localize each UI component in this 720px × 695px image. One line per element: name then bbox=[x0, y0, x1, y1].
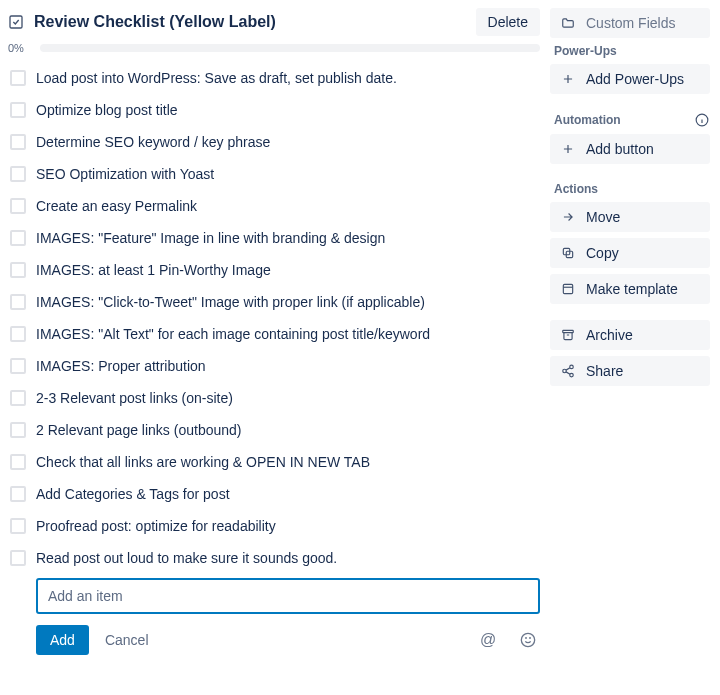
checklist-item-text: Load post into WordPress: Save as draft,… bbox=[36, 69, 397, 87]
checklist-item[interactable]: 2 Relevant page links (outbound) bbox=[8, 414, 540, 446]
archive-icon bbox=[560, 327, 576, 343]
checklist-panel: Review Checklist (Yellow Label) Delete 0… bbox=[8, 8, 540, 655]
checkbox[interactable] bbox=[10, 70, 26, 86]
checkbox[interactable] bbox=[10, 358, 26, 374]
checkbox[interactable] bbox=[10, 486, 26, 502]
checklist-item-text: IMAGES: at least 1 Pin-Worthy Image bbox=[36, 261, 271, 279]
checkbox[interactable] bbox=[10, 230, 26, 246]
share-button[interactable]: Share bbox=[550, 356, 710, 386]
checklist-item-text: Check that all links are working & OPEN … bbox=[36, 453, 370, 471]
archive-label: Archive bbox=[586, 327, 633, 343]
checkbox[interactable] bbox=[10, 166, 26, 182]
checklist-item[interactable]: Load post into WordPress: Save as draft,… bbox=[8, 62, 540, 94]
checklist-item[interactable]: IMAGES: "Click-to-Tweet" Image with prop… bbox=[8, 286, 540, 318]
checklist-item-text: IMAGES: "Alt Text" for each image contai… bbox=[36, 325, 430, 343]
checklist-item-text: Read post out loud to make sure it sound… bbox=[36, 549, 337, 567]
checklist-item-text: IMAGES: "Feature" Image in line with bra… bbox=[36, 229, 385, 247]
svg-point-1 bbox=[521, 633, 534, 646]
checkbox[interactable] bbox=[10, 102, 26, 118]
svg-point-9 bbox=[570, 365, 574, 369]
checklist-item-text: 2-3 Relevant post links (on-site) bbox=[36, 389, 233, 407]
checkbox[interactable] bbox=[10, 390, 26, 406]
checklist-item-text: IMAGES: "Click-to-Tweet" Image with prop… bbox=[36, 293, 425, 311]
checklist-item-text: Create an easy Permalink bbox=[36, 197, 197, 215]
checkbox[interactable] bbox=[10, 518, 26, 534]
checklist-item[interactable]: Create an easy Permalink bbox=[8, 190, 540, 222]
actions-heading: Actions bbox=[550, 182, 710, 196]
add-powerups-label: Add Power-Ups bbox=[586, 71, 684, 87]
template-icon bbox=[560, 281, 576, 297]
archive-button[interactable]: Archive bbox=[550, 320, 710, 350]
progress-bar bbox=[40, 44, 540, 52]
svg-point-11 bbox=[570, 373, 574, 377]
checklist-item[interactable]: Proofread post: optimize for readability bbox=[8, 510, 540, 542]
add-item-input[interactable] bbox=[36, 578, 540, 614]
add-automation-label: Add button bbox=[586, 141, 654, 157]
svg-point-2 bbox=[526, 638, 527, 639]
checklist-item-text: IMAGES: Proper attribution bbox=[36, 357, 206, 375]
checklist-item[interactable]: IMAGES: Proper attribution bbox=[8, 350, 540, 382]
card-sidebar: Custom Fields Power-Ups Add Power-Ups Au… bbox=[550, 8, 710, 655]
powerups-heading: Power-Ups bbox=[550, 44, 710, 58]
checklist-item[interactable]: IMAGES: "Alt Text" for each image contai… bbox=[8, 318, 540, 350]
delete-checklist-button[interactable]: Delete bbox=[476, 8, 540, 36]
checklist-title: Review Checklist (Yellow Label) bbox=[34, 13, 276, 31]
plus-icon bbox=[560, 141, 576, 157]
add-automation-button[interactable]: Add button bbox=[550, 134, 710, 164]
checklist-item[interactable]: Optimize blog post title bbox=[8, 94, 540, 126]
checklist-item[interactable]: Read post out loud to make sure it sound… bbox=[8, 542, 540, 574]
checkbox[interactable] bbox=[10, 550, 26, 566]
add-powerups-button[interactable]: Add Power-Ups bbox=[550, 64, 710, 94]
checklist-item[interactable]: IMAGES: at least 1 Pin-Worthy Image bbox=[8, 254, 540, 286]
checklist-item-text: Add Categories & Tags for post bbox=[36, 485, 230, 503]
checklist-item-text: Determine SEO keyword / key phrase bbox=[36, 133, 270, 151]
mention-icon[interactable]: @ bbox=[476, 628, 500, 652]
svg-rect-8 bbox=[563, 330, 574, 332]
checklist-item[interactable]: Check that all links are working & OPEN … bbox=[8, 446, 540, 478]
make-template-button[interactable]: Make template bbox=[550, 274, 710, 304]
cancel-add-item-button[interactable]: Cancel bbox=[105, 632, 149, 648]
checklist-item[interactable]: SEO Optimization with Yoast bbox=[8, 158, 540, 190]
copy-button[interactable]: Copy bbox=[550, 238, 710, 268]
arrow-right-icon bbox=[560, 209, 576, 225]
checkbox[interactable] bbox=[10, 262, 26, 278]
checklist-icon bbox=[8, 14, 24, 30]
checkbox[interactable] bbox=[10, 454, 26, 470]
checkbox[interactable] bbox=[10, 326, 26, 342]
folder-icon bbox=[560, 15, 576, 31]
svg-rect-7 bbox=[563, 284, 572, 293]
share-label: Share bbox=[586, 363, 623, 379]
checklist-item[interactable]: Add Categories & Tags for post bbox=[8, 478, 540, 510]
checklist-item-text: Optimize blog post title bbox=[36, 101, 178, 119]
checkbox[interactable] bbox=[10, 198, 26, 214]
checklist-item[interactable]: IMAGES: "Feature" Image in line with bra… bbox=[8, 222, 540, 254]
svg-rect-0 bbox=[10, 16, 22, 28]
move-button[interactable]: Move bbox=[550, 202, 710, 232]
checkbox[interactable] bbox=[10, 294, 26, 310]
copy-icon bbox=[560, 245, 576, 261]
progress-percent: 0% bbox=[8, 42, 32, 54]
share-icon bbox=[560, 363, 576, 379]
checklist-item-text: Proofread post: optimize for readability bbox=[36, 517, 276, 535]
add-item-button[interactable]: Add bbox=[36, 625, 89, 655]
plus-icon bbox=[560, 71, 576, 87]
emoji-icon[interactable] bbox=[516, 628, 540, 652]
move-label: Move bbox=[586, 209, 620, 225]
checklist-item-text: SEO Optimization with Yoast bbox=[36, 165, 214, 183]
copy-label: Copy bbox=[586, 245, 619, 261]
checklist-item-text: 2 Relevant page links (outbound) bbox=[36, 421, 241, 439]
svg-point-10 bbox=[563, 369, 567, 373]
custom-fields-button[interactable]: Custom Fields bbox=[550, 8, 710, 38]
custom-fields-label: Custom Fields bbox=[586, 15, 675, 31]
checkbox[interactable] bbox=[10, 134, 26, 150]
checklist-item[interactable]: 2-3 Relevant post links (on-site) bbox=[8, 382, 540, 414]
checklist-item[interactable]: Determine SEO keyword / key phrase bbox=[8, 126, 540, 158]
info-icon[interactable] bbox=[694, 112, 710, 128]
make-template-label: Make template bbox=[586, 281, 678, 297]
checkbox[interactable] bbox=[10, 422, 26, 438]
checklist-items: Load post into WordPress: Save as draft,… bbox=[8, 62, 540, 574]
automation-heading: Automation bbox=[554, 113, 621, 127]
svg-point-3 bbox=[530, 638, 531, 639]
